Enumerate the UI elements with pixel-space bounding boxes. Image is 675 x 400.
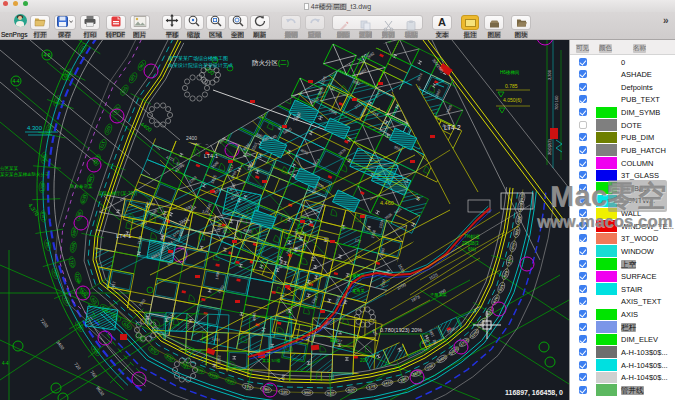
svg-text:4846: 4846 [252, 312, 256, 321]
svg-text:0.785: 0.785 [505, 83, 518, 89]
svg-text:LT4-2: LT4-2 [444, 124, 461, 131]
svg-text:某草某: 某草某 [352, 288, 365, 293]
svg-text:116897, 166458, 0: 116897, 166458, 0 [505, 389, 563, 397]
svg-text:920: 920 [327, 390, 335, 395]
svg-text:4-5: 4-5 [43, 52, 50, 58]
svg-text:LT4-1: LT4-1 [204, 153, 218, 159]
svg-text:4-4: 4-4 [12, 78, 19, 84]
svg-text:某安某合某梯走防火分子: 某安某合某梯走防火分子 [0, 171, 50, 177]
svg-text:620: 620 [348, 387, 356, 392]
svg-text:120: 120 [281, 389, 289, 395]
svg-text:550: 550 [304, 390, 312, 396]
svg-text:防火分区(二): 防火分区(二) [252, 59, 289, 67]
svg-text:700 160: 700 160 [554, 95, 559, 110]
svg-text:4-4: 4-4 [2, 361, 9, 366]
svg-text:分区某某: 分区某某 [0, 165, 19, 171]
svg-text:某某 5#楼: 某某 5#楼 [262, 358, 281, 363]
svg-text:1720: 1720 [39, 182, 44, 192]
svg-text:20|0|2(3): 20|0|2(3) [547, 138, 552, 155]
svg-text:1410: 1410 [40, 211, 46, 221]
svg-text:由某设计院综合某某设计完成: 由某设计院综合某某设计完成 [168, 62, 233, 69]
svg-text:2,300: 2,300 [547, 69, 552, 80]
svg-text:200: 200 [360, 358, 368, 363]
svg-text:2400: 2400 [186, 135, 197, 141]
svg-text:某某电梯厅(某-107): 某某电梯厅(某-107) [98, 190, 138, 196]
svg-text:0.780(1923) 20%: 0.780(1923) 20% [380, 327, 422, 333]
svg-text:LT4-1: LT4-1 [116, 233, 132, 239]
svg-text:6%): 6%) [468, 247, 477, 252]
svg-text:29938(3: 29938(3 [462, 241, 479, 246]
svg-text:300: 300 [330, 338, 338, 343]
svg-text:4.050(6): 4.050(6) [503, 97, 522, 103]
svg-text:4.300: 4.300 [27, 125, 43, 131]
svg-text:1252: 1252 [217, 355, 221, 364]
svg-text:南宁某某广场综合楼施工图: 南宁某某广场综合楼施工图 [168, 55, 228, 62]
svg-text:4.460: 4.460 [380, 200, 394, 206]
svg-text:防火卷帘某: 防火卷帘某 [70, 183, 93, 189]
svg-text:子服某某: 子服某某 [430, 292, 448, 297]
